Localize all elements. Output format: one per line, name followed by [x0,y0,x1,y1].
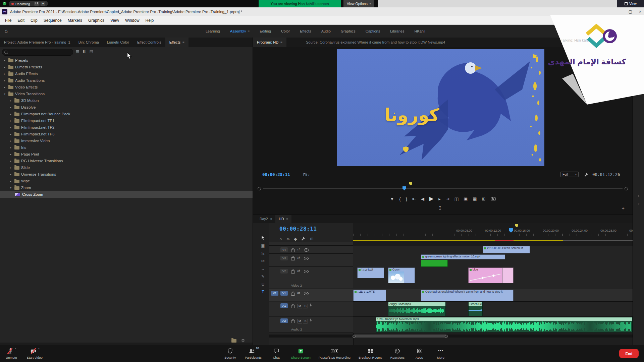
transport-button-go-to-in[interactable]: ⇤ [412,197,416,201]
workspace-tab[interactable]: Libraries [390,29,404,33]
tree-item[interactable]: ▸ Audio Transitions [0,77,253,84]
menu-item[interactable]: Graphics [85,18,107,23]
menu-item[interactable]: Clip [28,18,41,23]
tree-item[interactable]: ▾ Video Transitions [0,90,253,97]
scrub-end-knob[interactable] [625,187,628,190]
fit-dropdown[interactable]: Fit ▾ [303,173,310,177]
clip-green-matte[interactable] [421,260,448,267]
clip-coron-clip[interactable]: Coron [388,267,415,283]
tree-item[interactable]: ▸ FilmImpact.net TP1 [0,117,253,124]
chevron-icon[interactable]: ▸ [9,119,13,122]
zoom-button-unmute[interactable]: ^ Unmute [5,348,18,359]
panel-tab[interactable]: Project: Adobe Premiere Pro -Training_1 [0,38,74,47]
tree-item[interactable]: ▸ Slide [0,164,253,171]
zoom-button-reactions[interactable]: Reactions [390,348,405,359]
zoom-button-start-video[interactable]: ^ Start Video [27,348,43,359]
accelerated-effects-badge-icon[interactable]: ▦ [76,49,79,53]
tree-item[interactable]: ▸ Presets [0,57,253,64]
transport-button-extract[interactable]: ▣ [464,197,468,201]
chevron-icon[interactable]: ▸ [3,72,7,75]
chevron-icon[interactable]: ▸ [9,126,13,129]
tree-item[interactable]: ▸ Page Peel [0,151,253,158]
chevron-icon[interactable]: ▸ [9,106,13,109]
32bit-badge-icon[interactable]: ◧ [83,49,86,53]
menu-item[interactable]: File [2,18,14,23]
transport-button-mark-out[interactable]: } [406,197,407,201]
tree-item[interactable]: Cross Zoom [0,191,253,198]
playback-resolution-dropdown[interactable]: Full▾ [560,172,579,177]
view-options-button[interactable]: View Options▾ [343,0,374,7]
transport-button-multi-view[interactable]: ⊞ [482,197,486,201]
chevron-icon[interactable]: ▸ [3,66,7,69]
scrub-start-knob[interactable] [258,187,261,190]
workspace-overflow-icon[interactable]: » [569,28,571,33]
tree-item[interactable]: ▸ FilmImpact.net TP2 [0,124,253,131]
menu-item[interactable]: Window [122,18,143,23]
chevron-icon[interactable]: ▸ [9,146,13,149]
menu-item[interactable]: Help [143,18,157,23]
zoom-button-participants[interactable]: 15 ^ Participants [245,348,262,359]
tree-item[interactable]: ▸ FilmImpact.net TP3 [0,131,253,137]
button-editor-plus-icon[interactable]: + [622,205,625,211]
menu-item[interactable]: Edit [14,18,28,23]
chevron-icon[interactable]: ▾ [3,93,7,96]
tree-item[interactable]: ▸ Dissolve [0,104,253,111]
end-meeting-button[interactable]: End [619,349,639,358]
pause-recording-button[interactable] [34,2,39,6]
panel-menu-icon[interactable]: ≡ [280,41,282,44]
chevron-up-icon[interactable]: ^ [38,348,40,351]
transport-button-play[interactable]: ▶ [429,196,433,201]
source-monitor-tab[interactable]: Source: Coronavirus explained Where it c… [306,38,445,47]
workspace-tab[interactable]: Assembly ≡ [230,29,250,33]
tree-item[interactable]: ▸ Audio Effects [0,70,253,77]
tree-item[interactable]: ▸ FilmImpact.net Bounce Pack [0,111,253,117]
tree-item[interactable]: ▸ Iris [0,144,253,151]
transport-button-settings[interactable]: ▦ [473,197,477,201]
effects-search[interactable] [2,49,73,56]
transport-button-add-marker[interactable]: ▼ [390,197,394,201]
sequence-marker-icon[interactable] [409,182,412,185]
workspace-tab[interactable]: Editing [260,29,271,33]
chevron-icon[interactable]: ▸ [9,180,13,183]
panel-tab[interactable]: Effects ≡ [165,38,189,47]
chevron-icon[interactable]: ▸ [9,113,13,116]
zoom-button-share-screen[interactable]: Share Screen [291,348,311,359]
chevron-icon[interactable]: ▸ [3,86,7,89]
tree-item[interactable]: ▸ Universe Transitions [0,171,253,178]
program-scrubber[interactable] [263,188,623,189]
chevron-icon[interactable]: ▸ [9,173,13,176]
tree-item[interactable]: ▸ RG Universe Transitions [0,158,253,164]
workspace-tab[interactable]: Audio [321,29,331,33]
program-tab[interactable]: Program: HD ≡ [253,38,286,47]
tree-item[interactable]: ▾ Zoom [0,184,253,191]
maximize-button[interactable]: ▢ [629,9,632,14]
workspace-tab[interactable]: Color [281,29,290,33]
workspace-tab[interactable]: Captions [366,29,380,33]
clip-ward-clip[interactable]: ورد طلي.MTS [353,290,386,301]
clip-green-screen-still[interactable]: 2016 05 05 Green Screen M [483,246,530,253]
transport-button-step-forward[interactable]: ▸ [438,197,441,201]
close-button[interactable]: × [639,9,641,14]
transport-button-export-frame[interactable] [491,197,496,201]
scrollbar-thumb[interactable] [353,335,447,338]
workspace-tab[interactable]: HKahil [414,29,425,33]
minimize-button[interactable]: – [620,9,622,14]
yuv-badge-icon[interactable]: ▤ [90,49,93,53]
zoom-view-button[interactable]: View [617,0,644,7]
chevron-icon[interactable]: ▸ [3,59,7,62]
zoom-button-chat[interactable]: Chat [270,348,283,359]
export-share-icon[interactable]: ↥ [438,205,442,210]
panel-menu-icon[interactable]: ≡ [248,29,250,33]
audio-level-line[interactable] [469,310,482,311]
home-icon[interactable]: ⌂ [5,28,8,34]
stop-recording-button[interactable]: ■ [41,2,45,6]
settings-wrench-icon[interactable] [584,172,589,178]
zoom-button-pause-stop-recording[interactable]: Pause/Stop Recording [319,348,351,359]
clip-blue-clip[interactable]: blue [468,267,502,283]
chevron-icon[interactable]: ▸ [9,139,13,142]
tree-item[interactable]: ▸ Immersive Video [0,137,253,144]
keyframe-rubber-band[interactable] [469,272,502,283]
chevron-icon[interactable]: ▸ [9,166,13,169]
zoom-button-apps[interactable]: Apps [413,348,426,359]
clip-poet-clip[interactable]: الشاعرة.أ [357,267,384,278]
